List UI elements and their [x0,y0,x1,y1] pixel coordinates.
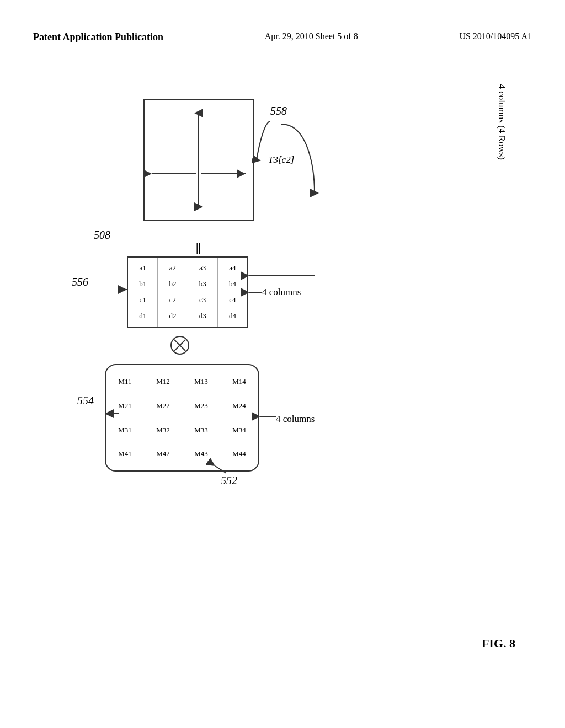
bottom-table-content: M11 M21 M31 M41 M12 M22 M32 M42 M13 M23 … [106,365,258,470]
bot-cell-m11: M11 [108,375,142,388]
label-554: 554 [77,394,94,407]
bot-cell-m42: M42 [146,447,180,460]
label-556: 556 [72,276,88,288]
label-508: 508 [94,229,110,242]
label-4cols-rows: 4 columns (4 Rows) [496,84,507,160]
bot-col-1: M11 M21 M31 M41 [106,365,144,470]
bot-cell-m32: M32 [146,424,180,436]
label-4cols-bot: 4 columns [276,414,315,425]
mid-cell-c3: c3 [190,295,215,306]
label-552: 552 [221,474,237,487]
bot-col-4: M14 M24 M34 M44 [220,365,258,470]
mid-col-3: a3 b3 c3 d3 [188,258,218,327]
mid-cell-c4: c4 [220,295,245,306]
equals-sign: || [196,242,201,254]
figure-label: FIG. 8 [482,636,515,651]
mid-cell-a2: a2 [160,263,185,274]
mid-cell-d4: d4 [220,311,245,322]
bot-cell-m31: M31 [108,424,142,436]
bot-cell-m13: M13 [184,375,218,388]
bot-cell-m21: M21 [108,399,142,412]
bot-cell-m34: M34 [222,424,257,436]
publication-title: Patent Application Publication [33,30,163,44]
label-558: 558 [270,105,287,117]
cross-multiply-symbol [170,335,190,355]
bot-cell-m23: M23 [184,399,218,412]
label-4cols-mid: 4 columns [262,287,301,298]
mid-cell-b4: b4 [220,279,245,290]
mid-cell-b3: b3 [190,279,215,290]
bottom-table-box: M11 M21 M31 M41 M12 M22 M32 M42 M13 M23 … [105,364,259,472]
bot-col-2: M12 M22 M32 M42 [144,365,182,470]
bot-cell-m14: M14 [222,375,257,388]
mid-col-4: a4 b4 c4 d4 [218,258,247,327]
page-header: Patent Application Publication Apr. 29, … [0,30,565,44]
bot-cell-m33: M33 [184,424,218,436]
publication-number: US 2010/104095 A1 [459,30,532,42]
top-box [143,99,254,221]
mid-cell-c1: c1 [130,295,155,306]
bot-cell-m41: M41 [108,447,142,460]
bot-cell-m24: M24 [222,399,257,412]
mid-cell-d1: d1 [130,311,155,322]
mid-cell-c2: c2 [160,295,185,306]
mid-cell-d3: d3 [190,311,215,322]
bot-cell-m22: M22 [146,399,180,412]
mid-cell-b2: b2 [160,279,185,290]
bot-cell-m12: M12 [146,375,180,388]
mid-cell-a4: a4 [220,263,245,274]
mid-table-box: a1 b1 c1 d1 a2 b2 c2 d2 a3 b3 c3 d3 a4 b… [127,256,248,328]
t3c2-label: T3[c2] [268,154,294,165]
bot-cell-m43: M43 [184,447,218,460]
diagram-area: T3[c2] 558 508 || a1 b1 c1 d1 a2 b2 c2 d… [33,88,532,695]
mid-col-2: a2 b2 c2 d2 [158,258,188,327]
mid-col-1: a1 b1 c1 d1 [128,258,158,327]
bot-col-3: M13 M23 M33 M43 [182,365,220,470]
publication-date-sheet: Apr. 29, 2010 Sheet 5 of 8 [265,30,358,42]
mid-table-content: a1 b1 c1 d1 a2 b2 c2 d2 a3 b3 c3 d3 a4 b… [128,258,247,327]
bot-cell-m44: M44 [222,447,257,460]
mid-cell-b1: b1 [130,279,155,290]
mid-cell-a1: a1 [130,263,155,274]
mid-cell-a3: a3 [190,263,215,274]
mid-cell-d2: d2 [160,311,185,322]
